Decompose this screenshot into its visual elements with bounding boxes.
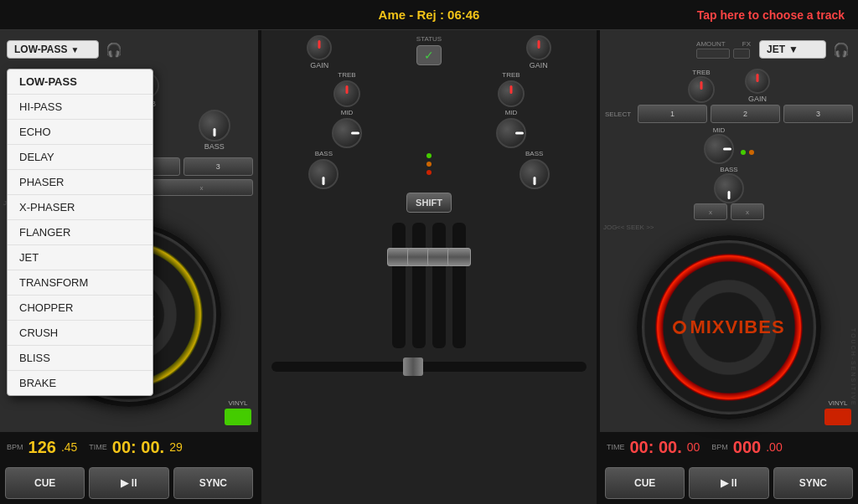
- treb-label-right: TREB: [692, 69, 710, 76]
- vinyl-label-right: VINYL: [824, 399, 851, 407]
- mid-knob-mixer-right[interactable]: MID: [496, 109, 526, 148]
- amount-label: AMOUNT: [696, 40, 726, 48]
- select-btn-2-right[interactable]: 2: [711, 105, 780, 123]
- crossfader-area: [261, 357, 597, 377]
- bass-label-mixer-left: BASS: [315, 150, 333, 157]
- x-btn-left2[interactable]: x: [150, 179, 253, 196]
- bpm-decimal-left: .45: [61, 440, 77, 454]
- gain-label-right: GAIN: [530, 61, 548, 69]
- vinyl-btn-right[interactable]: [824, 409, 851, 425]
- play-button-left[interactable]: ▶ II: [89, 467, 168, 499]
- mixvibes-logo: MIXVIBES: [673, 316, 784, 338]
- status-button[interactable]: ✓: [416, 45, 442, 65]
- treb-label-mixer-left: TREB: [338, 71, 355, 79]
- filter-option-xphaser[interactable]: X-PHASER: [8, 195, 152, 220]
- deck-right: AMOUNT FX JET ▼ 🎧 TREB GAI: [598, 30, 858, 504]
- amount-slider[interactable]: [696, 49, 730, 59]
- bass-label-right: BASS: [720, 166, 737, 173]
- filter-option-transform[interactable]: TRANSFORM: [8, 270, 152, 296]
- time-value-right: 00: 00.: [630, 438, 682, 457]
- mid-label-right: MID: [713, 126, 726, 134]
- bass-knob-left[interactable]: BASS: [199, 110, 230, 151]
- filter-option-lowpass[interactable]: LOW-PASS: [8, 69, 152, 95]
- mid-knob-right[interactable]: MID: [704, 126, 734, 164]
- time-value-left: 00: 00.: [112, 438, 164, 457]
- play-button-right[interactable]: ▶ II: [689, 467, 768, 499]
- mid-label-mixer-left: MID: [341, 109, 354, 116]
- jog-label-right: JOG: [603, 224, 617, 231]
- x-btn-right1[interactable]: x: [694, 203, 727, 220]
- fader-handle-right2[interactable]: [447, 248, 471, 266]
- time-label-left: TIME: [89, 443, 107, 451]
- filter-option-crush[interactable]: CRUSH: [8, 321, 152, 346]
- bpm-value-left: 126: [28, 438, 56, 457]
- treb-knob-right[interactable]: TREB: [688, 69, 715, 103]
- filter-option-flanger[interactable]: FLANGER: [8, 220, 152, 245]
- deck-left: LOW-PASS ▼ 🎧 LOW-PASS HI-PASS ECHO DELAY…: [0, 30, 260, 504]
- mixvibes-dot: [673, 321, 686, 334]
- filter-option-phaser[interactable]: PHASER: [8, 170, 152, 195]
- bpm-label-right: BPM: [711, 443, 728, 451]
- shift-button[interactable]: SHIFT: [406, 193, 452, 213]
- select-btn-3-right[interactable]: 3: [783, 105, 853, 123]
- headphone-icon-right[interactable]: 🎧: [831, 39, 851, 59]
- treb-label-mixer-right: TREB: [502, 71, 519, 79]
- filter-option-chopper[interactable]: CHOPPER: [8, 296, 152, 321]
- track-info: Ame - Rej : 06:46: [291, 8, 568, 22]
- led-green-right: [741, 150, 746, 155]
- fader-track-right2: [452, 223, 466, 348]
- bass-knob-right[interactable]: BASS: [714, 166, 744, 203]
- fader-container: [392, 223, 466, 357]
- gain-knob-right[interactable]: GAIN: [526, 35, 551, 69]
- filter-option-echo[interactable]: ECHO: [8, 120, 152, 145]
- deck-right-top: AMOUNT FX JET ▼ 🎧: [600, 30, 858, 69]
- top-bar: Ame - Rej : 06:46 Tap here to choose a t…: [0, 0, 858, 30]
- cue-button-right[interactable]: CUE: [605, 467, 685, 499]
- gain-knob-left[interactable]: GAIN: [307, 35, 332, 69]
- sync-button-left[interactable]: SYNC: [173, 467, 253, 499]
- select-label-right: SELECT: [605, 105, 631, 123]
- led-red-mixer: [426, 170, 432, 175]
- vinyl-btn-left[interactable]: [225, 409, 251, 425]
- bpm-decimal-right: .00: [766, 440, 782, 454]
- x-btn-right2[interactable]: x: [731, 203, 764, 220]
- mixer: GAIN STATUS ✓ GAIN TREB TREB: [260, 30, 598, 504]
- bass-knob-mixer-right[interactable]: BASS: [519, 150, 550, 189]
- gain-label-left: GAIN: [310, 61, 328, 69]
- crossfader-handle[interactable]: [403, 357, 423, 376]
- time-ms-left: 29: [169, 440, 183, 454]
- led-green-mixer: [426, 153, 432, 158]
- led-orange-right: [749, 150, 754, 155]
- mid-label-mixer-right: MID: [505, 109, 518, 116]
- turntable-right[interactable]: MIXVIBES: [637, 235, 821, 419]
- fx-label: FX: [742, 40, 751, 48]
- crossfader-track: [271, 362, 587, 372]
- time-ms-right: 00: [687, 440, 700, 454]
- deck-info-right: TIME 00: 00. 00 BPM 000 .00: [600, 432, 858, 462]
- chevron-down-icon-right: ▼: [788, 44, 799, 55]
- filter-dropdown-right[interactable]: JET ▼: [759, 40, 826, 59]
- filter-option-brake[interactable]: BRAKE: [8, 371, 152, 395]
- filter-option-hipass[interactable]: HI-PASS: [8, 95, 152, 120]
- filter-option-jet[interactable]: JET: [8, 245, 152, 270]
- select-btn-1-right[interactable]: 1: [638, 105, 707, 123]
- deck-left-top: LOW-PASS ▼ 🎧: [0, 30, 258, 69]
- fx-btn[interactable]: [733, 49, 750, 59]
- headphone-icon-left[interactable]: 🎧: [104, 39, 124, 59]
- mid-knob-mixer-left[interactable]: MID: [332, 109, 362, 148]
- select-btn-3-left[interactable]: 3: [183, 157, 253, 176]
- bass-knob-mixer-left[interactable]: BASS: [308, 150, 339, 189]
- gain-knob-right-deck[interactable]: GAIN: [745, 69, 770, 103]
- sync-button-right[interactable]: SYNC: [773, 467, 853, 499]
- treb-knob-mixer-right[interactable]: TREB: [498, 71, 525, 107]
- filter-option-bliss[interactable]: BLISS: [8, 346, 152, 371]
- choose-track-button[interactable]: Tap here to choose a track: [567, 8, 845, 22]
- touch-sensitive-label: TOUCH-SENSITIVE: [850, 328, 856, 407]
- filter-option-delay[interactable]: DELAY: [8, 145, 152, 170]
- main-area: LOW-PASS ▼ 🎧 LOW-PASS HI-PASS ECHO DELAY…: [0, 30, 858, 504]
- filter-dropdown-left[interactable]: LOW-PASS ▼: [7, 40, 99, 59]
- cue-button-left[interactable]: CUE: [5, 467, 85, 499]
- turntable-area-right: JOG << SEEK >> MIXVIBES VINYL TOUCH-SENS…: [600, 222, 858, 432]
- time-label-right: TIME: [607, 443, 625, 451]
- treb-knob-mixer-left[interactable]: TREB: [333, 71, 360, 107]
